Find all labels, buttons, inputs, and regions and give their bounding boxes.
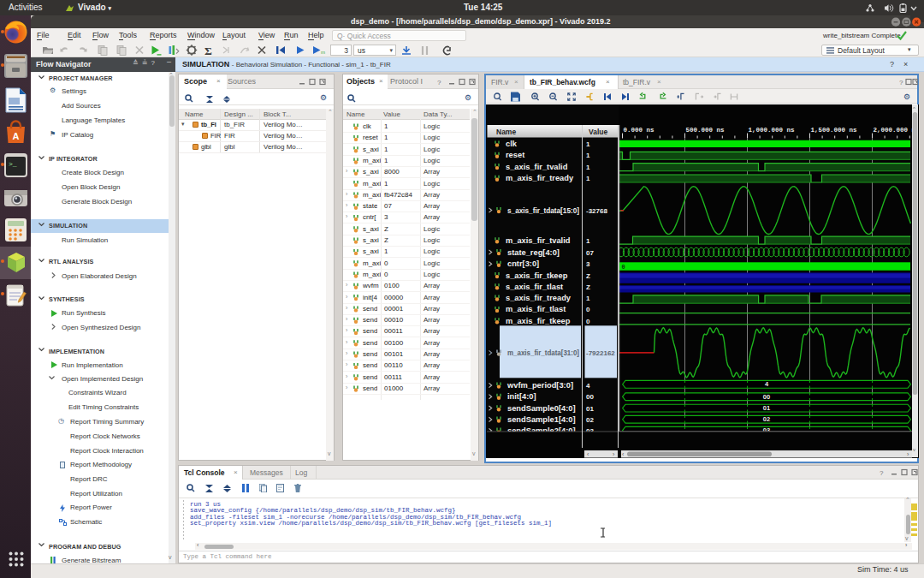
svg-text:Z: Z: [586, 283, 590, 291]
svg-text:500.000 ns: 500.000 ns: [686, 127, 726, 134]
svg-text:02: 02: [763, 415, 770, 423]
svg-text:?: ?: [880, 469, 884, 477]
svg-text:sendSample0[4:0]: sendSample0[4:0]: [507, 404, 576, 413]
svg-text:s_axis_fir_tkeep: s_axis_fir_tkeep: [506, 271, 568, 280]
svg-text:1: 1: [586, 164, 590, 171]
svg-text:1: 1: [586, 295, 590, 302]
svg-text:^: ^: [913, 106, 915, 111]
svg-text:1,000.000 ns: 1,000.000 ns: [749, 127, 796, 134]
svg-text:-32768: -32768: [586, 207, 607, 215]
svg-text:s_axis_fir_tlast: s_axis_fir_tlast: [506, 283, 563, 291]
svg-text:init[4:0]: init[4:0]: [507, 392, 536, 401]
svg-text:wvfm_period[3:0]: wvfm_period[3:0]: [506, 381, 573, 390]
svg-text:m_axis_fir_tready: m_axis_fir_tready: [506, 174, 574, 182]
svg-text:?: ?: [437, 79, 441, 86]
svg-text:1: 1: [586, 140, 590, 148]
svg-text:s_axis_fir_tdata[15:0]: s_axis_fir_tdata[15:0]: [507, 206, 579, 215]
svg-text:2,000.000 n: 2,000.000 n: [874, 127, 916, 134]
svg-text:00: 00: [763, 393, 770, 401]
svg-text:3: 3: [586, 260, 590, 268]
svg-text:07: 07: [586, 249, 594, 257]
svg-text:01: 01: [763, 404, 770, 412]
svg-text:1: 1: [586, 152, 590, 159]
svg-text:Value: Value: [589, 128, 607, 136]
svg-text:Name: Name: [496, 128, 516, 136]
svg-text:cntr[3:0]: cntr[3:0]: [507, 259, 539, 268]
svg-text:Σ: Σ: [204, 45, 212, 57]
svg-text:clk: clk: [506, 140, 518, 148]
svg-text:m_axis_fir_tdata[31:0]: m_axis_fir_tdata[31:0]: [507, 349, 579, 357]
svg-text:m_axis_fir_tkeep: m_axis_fir_tkeep: [506, 317, 571, 325]
svg-text:sendSample1[4:0]: sendSample1[4:0]: [507, 415, 576, 424]
svg-text:1: 1: [586, 175, 590, 182]
svg-text:4: 4: [586, 382, 590, 390]
svg-text:reset: reset: [506, 151, 524, 159]
svg-text:A: A: [13, 131, 20, 141]
svg-text:0: 0: [586, 318, 590, 325]
svg-text:1: 1: [586, 237, 590, 245]
svg-text:02: 02: [586, 416, 594, 424]
svg-text:s_axis_fir_tready: s_axis_fir_tready: [506, 294, 572, 302]
svg-text:-7922162: -7922162: [586, 349, 615, 357]
svg-text:0.000 ns: 0.000 ns: [624, 127, 655, 134]
svg-text:01: 01: [586, 405, 594, 413]
svg-text:m_axis_fir_tvalid: m_axis_fir_tvalid: [506, 236, 571, 245]
svg-text:0: 0: [622, 264, 625, 271]
svg-text:0: 0: [586, 306, 590, 313]
svg-text:Z: Z: [586, 272, 590, 280]
svg-text:m: m: [321, 50, 325, 55]
svg-text:1,500.000 ns: 1,500.000 ns: [811, 127, 858, 134]
svg-text:state_reg[4:0]: state_reg[4:0]: [507, 248, 560, 257]
svg-text:m_axis_fir_tlast: m_axis_fir_tlast: [506, 305, 566, 313]
svg-text:>_: >_: [9, 160, 17, 168]
svg-text:v: v: [913, 447, 915, 452]
svg-text:00: 00: [586, 393, 594, 401]
svg-text:s_axis_fir_tvalid: s_axis_fir_tvalid: [506, 163, 568, 171]
